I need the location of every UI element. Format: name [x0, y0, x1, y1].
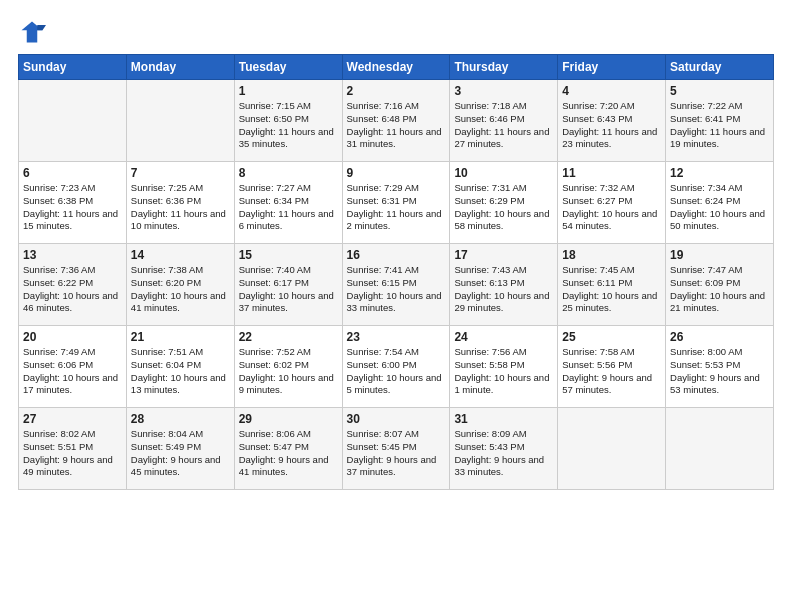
day-number: 28: [131, 412, 230, 426]
day-info: Sunrise: 7:29 AM Sunset: 6:31 PM Dayligh…: [347, 182, 446, 233]
calendar-cell: [126, 80, 234, 162]
day-info: Sunrise: 7:31 AM Sunset: 6:29 PM Dayligh…: [454, 182, 553, 233]
day-info: Sunrise: 8:06 AM Sunset: 5:47 PM Dayligh…: [239, 428, 338, 479]
day-info: Sunrise: 7:45 AM Sunset: 6:11 PM Dayligh…: [562, 264, 661, 315]
calendar-cell: 11Sunrise: 7:32 AM Sunset: 6:27 PM Dayli…: [558, 162, 666, 244]
day-number: 4: [562, 84, 661, 98]
logo-icon: [18, 18, 46, 46]
calendar-cell: 22Sunrise: 7:52 AM Sunset: 6:02 PM Dayli…: [234, 326, 342, 408]
day-info: Sunrise: 7:40 AM Sunset: 6:17 PM Dayligh…: [239, 264, 338, 315]
calendar-cell: 8Sunrise: 7:27 AM Sunset: 6:34 PM Daylig…: [234, 162, 342, 244]
calendar-cell: 9Sunrise: 7:29 AM Sunset: 6:31 PM Daylig…: [342, 162, 450, 244]
calendar-cell: 20Sunrise: 7:49 AM Sunset: 6:06 PM Dayli…: [19, 326, 127, 408]
day-info: Sunrise: 7:47 AM Sunset: 6:09 PM Dayligh…: [670, 264, 769, 315]
day-number: 7: [131, 166, 230, 180]
day-number: 19: [670, 248, 769, 262]
calendar-cell: 19Sunrise: 7:47 AM Sunset: 6:09 PM Dayli…: [666, 244, 774, 326]
day-info: Sunrise: 7:18 AM Sunset: 6:46 PM Dayligh…: [454, 100, 553, 151]
calendar-cell: 14Sunrise: 7:38 AM Sunset: 6:20 PM Dayli…: [126, 244, 234, 326]
day-info: Sunrise: 7:23 AM Sunset: 6:38 PM Dayligh…: [23, 182, 122, 233]
day-info: Sunrise: 7:41 AM Sunset: 6:15 PM Dayligh…: [347, 264, 446, 315]
day-number: 26: [670, 330, 769, 344]
calendar-cell: 10Sunrise: 7:31 AM Sunset: 6:29 PM Dayli…: [450, 162, 558, 244]
day-number: 5: [670, 84, 769, 98]
calendar-cell: 2Sunrise: 7:16 AM Sunset: 6:48 PM Daylig…: [342, 80, 450, 162]
col-header-saturday: Saturday: [666, 55, 774, 80]
col-header-monday: Monday: [126, 55, 234, 80]
calendar-cell: 28Sunrise: 8:04 AM Sunset: 5:49 PM Dayli…: [126, 408, 234, 490]
calendar-cell: 29Sunrise: 8:06 AM Sunset: 5:47 PM Dayli…: [234, 408, 342, 490]
day-info: Sunrise: 7:15 AM Sunset: 6:50 PM Dayligh…: [239, 100, 338, 151]
day-info: Sunrise: 7:34 AM Sunset: 6:24 PM Dayligh…: [670, 182, 769, 233]
day-info: Sunrise: 7:43 AM Sunset: 6:13 PM Dayligh…: [454, 264, 553, 315]
day-number: 14: [131, 248, 230, 262]
calendar-cell: 5Sunrise: 7:22 AM Sunset: 6:41 PM Daylig…: [666, 80, 774, 162]
svg-marker-0: [22, 22, 43, 43]
day-info: Sunrise: 7:20 AM Sunset: 6:43 PM Dayligh…: [562, 100, 661, 151]
calendar-cell: 24Sunrise: 7:56 AM Sunset: 5:58 PM Dayli…: [450, 326, 558, 408]
calendar-cell: 16Sunrise: 7:41 AM Sunset: 6:15 PM Dayli…: [342, 244, 450, 326]
day-number: 17: [454, 248, 553, 262]
day-number: 27: [23, 412, 122, 426]
day-number: 13: [23, 248, 122, 262]
day-number: 16: [347, 248, 446, 262]
day-number: 10: [454, 166, 553, 180]
col-header-wednesday: Wednesday: [342, 55, 450, 80]
day-number: 12: [670, 166, 769, 180]
day-info: Sunrise: 8:07 AM Sunset: 5:45 PM Dayligh…: [347, 428, 446, 479]
day-info: Sunrise: 7:32 AM Sunset: 6:27 PM Dayligh…: [562, 182, 661, 233]
day-info: Sunrise: 7:38 AM Sunset: 6:20 PM Dayligh…: [131, 264, 230, 315]
day-info: Sunrise: 7:52 AM Sunset: 6:02 PM Dayligh…: [239, 346, 338, 397]
week-row-4: 20Sunrise: 7:49 AM Sunset: 6:06 PM Dayli…: [19, 326, 774, 408]
calendar-cell: 15Sunrise: 7:40 AM Sunset: 6:17 PM Dayli…: [234, 244, 342, 326]
day-number: 30: [347, 412, 446, 426]
day-info: Sunrise: 7:25 AM Sunset: 6:36 PM Dayligh…: [131, 182, 230, 233]
week-row-1: 1Sunrise: 7:15 AM Sunset: 6:50 PM Daylig…: [19, 80, 774, 162]
col-header-thursday: Thursday: [450, 55, 558, 80]
calendar-table: SundayMondayTuesdayWednesdayThursdayFrid…: [18, 54, 774, 490]
day-number: 11: [562, 166, 661, 180]
calendar-cell: 27Sunrise: 8:02 AM Sunset: 5:51 PM Dayli…: [19, 408, 127, 490]
day-number: 29: [239, 412, 338, 426]
calendar-cell: 1Sunrise: 7:15 AM Sunset: 6:50 PM Daylig…: [234, 80, 342, 162]
col-header-sunday: Sunday: [19, 55, 127, 80]
day-number: 3: [454, 84, 553, 98]
calendar-cell: [19, 80, 127, 162]
week-row-5: 27Sunrise: 8:02 AM Sunset: 5:51 PM Dayli…: [19, 408, 774, 490]
col-header-friday: Friday: [558, 55, 666, 80]
calendar-cell: 7Sunrise: 7:25 AM Sunset: 6:36 PM Daylig…: [126, 162, 234, 244]
calendar-cell: 12Sunrise: 7:34 AM Sunset: 6:24 PM Dayli…: [666, 162, 774, 244]
day-number: 2: [347, 84, 446, 98]
day-number: 1: [239, 84, 338, 98]
calendar-page: SundayMondayTuesdayWednesdayThursdayFrid…: [0, 0, 792, 612]
day-info: Sunrise: 7:54 AM Sunset: 6:00 PM Dayligh…: [347, 346, 446, 397]
week-row-3: 13Sunrise: 7:36 AM Sunset: 6:22 PM Dayli…: [19, 244, 774, 326]
day-info: Sunrise: 7:56 AM Sunset: 5:58 PM Dayligh…: [454, 346, 553, 397]
day-number: 21: [131, 330, 230, 344]
day-number: 20: [23, 330, 122, 344]
calendar-cell: 26Sunrise: 8:00 AM Sunset: 5:53 PM Dayli…: [666, 326, 774, 408]
calendar-cell: 18Sunrise: 7:45 AM Sunset: 6:11 PM Dayli…: [558, 244, 666, 326]
day-number: 23: [347, 330, 446, 344]
day-info: Sunrise: 7:51 AM Sunset: 6:04 PM Dayligh…: [131, 346, 230, 397]
svg-marker-1: [37, 25, 46, 30]
day-info: Sunrise: 7:16 AM Sunset: 6:48 PM Dayligh…: [347, 100, 446, 151]
day-number: 6: [23, 166, 122, 180]
day-number: 8: [239, 166, 338, 180]
day-info: Sunrise: 8:00 AM Sunset: 5:53 PM Dayligh…: [670, 346, 769, 397]
header: [18, 18, 774, 46]
day-number: 24: [454, 330, 553, 344]
day-number: 31: [454, 412, 553, 426]
day-number: 18: [562, 248, 661, 262]
day-info: Sunrise: 7:22 AM Sunset: 6:41 PM Dayligh…: [670, 100, 769, 151]
week-row-2: 6Sunrise: 7:23 AM Sunset: 6:38 PM Daylig…: [19, 162, 774, 244]
calendar-cell: 17Sunrise: 7:43 AM Sunset: 6:13 PM Dayli…: [450, 244, 558, 326]
calendar-cell: [666, 408, 774, 490]
calendar-cell: 3Sunrise: 7:18 AM Sunset: 6:46 PM Daylig…: [450, 80, 558, 162]
calendar-cell: 6Sunrise: 7:23 AM Sunset: 6:38 PM Daylig…: [19, 162, 127, 244]
day-number: 15: [239, 248, 338, 262]
calendar-cell: 25Sunrise: 7:58 AM Sunset: 5:56 PM Dayli…: [558, 326, 666, 408]
calendar-cell: 30Sunrise: 8:07 AM Sunset: 5:45 PM Dayli…: [342, 408, 450, 490]
calendar-cell: [558, 408, 666, 490]
day-info: Sunrise: 8:04 AM Sunset: 5:49 PM Dayligh…: [131, 428, 230, 479]
